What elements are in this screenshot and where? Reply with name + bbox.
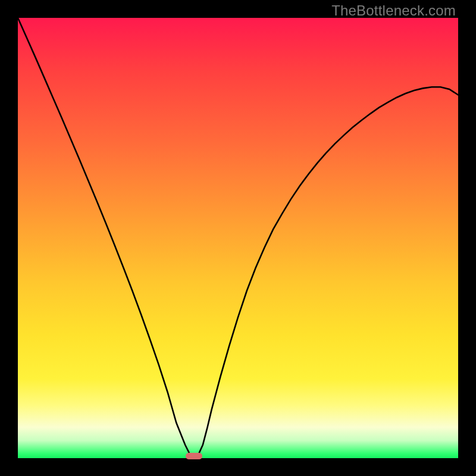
minimum-marker xyxy=(186,453,202,459)
watermark-text: TheBottleneck.com xyxy=(331,2,456,19)
plot-frame xyxy=(0,0,476,476)
